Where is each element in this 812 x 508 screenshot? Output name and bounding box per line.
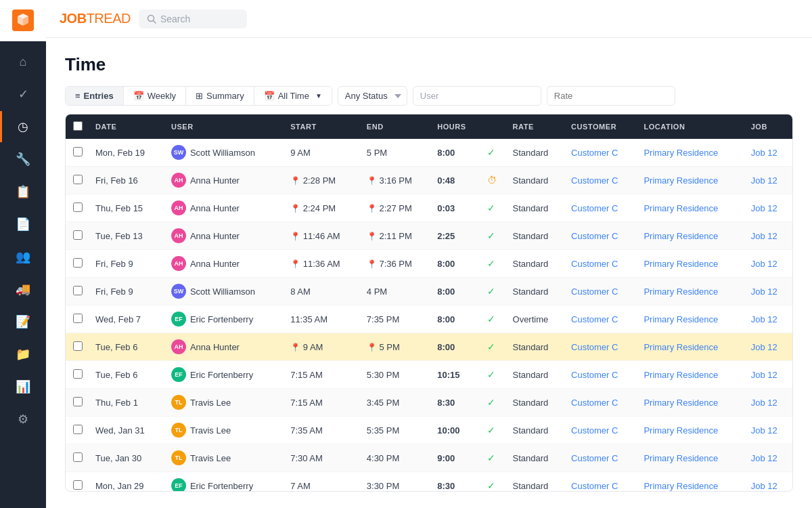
row-job[interactable]: Job 12 [746, 278, 792, 305]
row-location[interactable]: Primary Residence [638, 222, 745, 250]
alltime-icon: 📅 [264, 91, 275, 101]
row-job[interactable]: Job 12 [746, 194, 792, 222]
row-checkbox[interactable] [73, 341, 83, 351]
row-checkbox[interactable] [73, 369, 83, 379]
row-date: Tue, Jan 30 [90, 444, 166, 472]
time-table-wrapper[interactable]: DATE USER START END HOURS RATE CUSTOMER … [65, 114, 793, 492]
sidebar-item-truck[interactable]: 🚚 [0, 274, 46, 305]
search-box[interactable]: Search [139, 9, 247, 28]
row-customer[interactable]: Customer C [566, 333, 638, 361]
row-date: Thu, Feb 1 [90, 389, 166, 417]
sidebar-item-clipboard[interactable]: 📋 [0, 176, 46, 207]
row-customer[interactable]: Customer C [566, 472, 638, 492]
row-customer[interactable]: Customer C [566, 167, 638, 194]
sidebar-item-time[interactable]: ◷ [0, 111, 46, 142]
row-checkbox[interactable] [73, 425, 83, 434]
row-job[interactable]: Job 12 [746, 472, 792, 492]
sidebar-item-users[interactable]: 👥 [0, 241, 46, 272]
row-location[interactable]: Primary Residence [638, 139, 745, 167]
header-hours: HOURS [432, 114, 482, 139]
sidebar-item-tasks[interactable]: ✓ [0, 79, 46, 110]
row-location[interactable]: Primary Residence [638, 472, 745, 492]
row-user: AH Anna Hunter [166, 333, 285, 361]
tab-alltime[interactable]: 📅 All Time ▼ [254, 87, 332, 105]
row-location[interactable]: Primary Residence [638, 278, 745, 305]
row-customer[interactable]: Customer C [566, 444, 638, 472]
user-name: Anna Hunter [190, 175, 240, 186]
row-customer[interactable]: Customer C [566, 250, 638, 278]
row-customer[interactable]: Customer C [566, 389, 638, 417]
row-checkbox[interactable] [73, 397, 83, 406]
row-checkbox[interactable] [73, 230, 83, 240]
row-checkbox[interactable] [73, 314, 83, 323]
row-location[interactable]: Primary Residence [638, 167, 745, 194]
row-date: Wed, Feb 7 [90, 305, 166, 333]
sidebar-item-folder[interactable]: 📁 [0, 339, 46, 370]
row-customer[interactable]: Customer C [566, 278, 638, 305]
row-customer[interactable]: Customer C [566, 361, 638, 389]
svg-line-2 [153, 20, 156, 23]
row-hours: 8:00 [432, 278, 482, 305]
row-job[interactable]: Job 12 [746, 333, 792, 361]
row-checkbox-cell [66, 278, 90, 305]
row-job[interactable]: Job 12 [746, 389, 792, 417]
row-location[interactable]: Primary Residence [638, 417, 745, 444]
header-date: DATE [90, 114, 166, 139]
sidebar-item-settings[interactable]: ⚙ [0, 404, 46, 435]
approved-icon: ✓ [487, 480, 495, 491]
sidebar-item-tools[interactable]: 🔧 [0, 144, 46, 175]
row-start: 8 AM [285, 278, 361, 305]
note-icon: 📝 [16, 314, 30, 329]
row-checkbox[interactable] [73, 480, 83, 490]
row-location[interactable]: Primary Residence [638, 389, 745, 417]
row-customer[interactable]: Customer C [566, 194, 638, 222]
status-filter[interactable]: Any Status Approved Pending Rejected [338, 86, 407, 106]
sidebar-item-note[interactable]: 📝 [0, 306, 46, 337]
tab-summary[interactable]: ⊞ Summary [186, 87, 254, 105]
row-checkbox[interactable] [73, 452, 83, 462]
row-job[interactable]: Job 12 [746, 305, 792, 333]
row-checkbox[interactable] [73, 175, 83, 184]
user-avatar: AH [171, 173, 186, 188]
sidebar-nav: ⌂ ✓ ◷ 🔧 📋 📄 👥 🚚 📝 📁 📊 [0, 41, 46, 435]
row-customer[interactable]: Customer C [566, 305, 638, 333]
row-hours: 10:00 [432, 417, 482, 444]
row-job[interactable]: Job 12 [746, 417, 792, 444]
user-avatar: AH [171, 228, 186, 243]
sidebar-item-home[interactable]: ⌂ [0, 47, 46, 77]
row-location[interactable]: Primary Residence [638, 333, 745, 361]
row-job[interactable]: Job 12 [746, 222, 792, 250]
row-location[interactable]: Primary Residence [638, 250, 745, 278]
row-job[interactable]: Job 12 [746, 139, 792, 167]
row-hours: 8:00 [432, 333, 482, 361]
row-date: Wed, Jan 31 [90, 417, 166, 444]
row-rate: Standard [508, 167, 566, 194]
sidebar-item-chart[interactable]: 📊 [0, 371, 46, 402]
user-avatar: EF [171, 312, 186, 326]
row-start: 📍 2:28 PM [285, 167, 361, 194]
row-customer[interactable]: Customer C [566, 417, 638, 444]
user-filter[interactable] [413, 86, 541, 106]
row-location[interactable]: Primary Residence [638, 194, 745, 222]
select-all-checkbox[interactable] [73, 121, 83, 131]
row-job[interactable]: Job 12 [746, 167, 792, 194]
tab-entries[interactable]: ≡ Entries [66, 87, 124, 105]
row-job[interactable]: Job 12 [746, 250, 792, 278]
row-job[interactable]: Job 12 [746, 361, 792, 389]
tab-group: ≡ Entries 📅 Weekly ⊞ Summary 📅 All Time … [65, 86, 332, 106]
row-job[interactable]: Job 12 [746, 444, 792, 472]
row-checkbox[interactable] [73, 203, 83, 212]
sidebar-item-document[interactable]: 📄 [0, 209, 46, 240]
row-location[interactable]: Primary Residence [638, 444, 745, 472]
row-checkbox[interactable] [73, 147, 83, 156]
jobtread-logo-icon [12, 9, 34, 31]
row-location[interactable]: Primary Residence [638, 305, 745, 333]
user-avatar: TL [171, 395, 186, 410]
row-location[interactable]: Primary Residence [638, 361, 745, 389]
row-customer[interactable]: Customer C [566, 139, 638, 167]
rate-filter[interactable] [547, 86, 675, 106]
row-checkbox[interactable] [73, 258, 83, 268]
row-checkbox[interactable] [73, 286, 83, 295]
tab-weekly[interactable]: 📅 Weekly [124, 87, 186, 105]
row-customer[interactable]: Customer C [566, 222, 638, 250]
